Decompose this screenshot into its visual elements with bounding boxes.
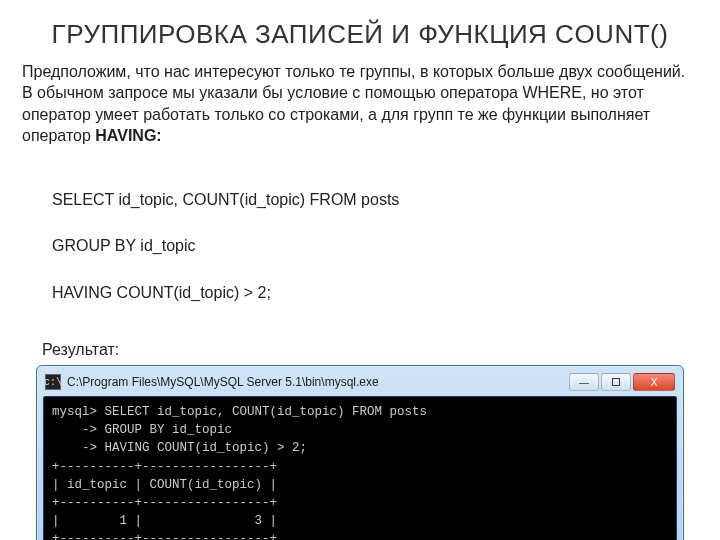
window-buttons: — X [569, 373, 675, 391]
term-query-1: SELECT id_topic, COUNT(id_topic) FROM po… [97, 405, 427, 419]
term-cont-2: -> [52, 441, 97, 455]
term-data-row: | 1 | 3 | [52, 514, 277, 528]
window-title-path: C:\Program Files\MySQL\MySQL Server 5.1\… [67, 375, 569, 389]
term-prompt-1: mysql> [52, 405, 97, 419]
term-query-2: GROUP BY id_topic [97, 423, 232, 437]
sql-line-1: SELECT id_topic, COUNT(id_topic) FROM po… [52, 188, 698, 211]
terminal-output: mysql> SELECT id_topic, COUNT(id_topic) … [43, 396, 677, 540]
sql-line-2: GROUP BY id_topic [52, 234, 698, 257]
sql-code-block: SELECT id_topic, COUNT(id_topic) FROM po… [52, 165, 698, 327]
cmd-icon: c:\ [45, 374, 61, 390]
result-label: Результат: [42, 341, 698, 359]
slide-title: ГРУППИРОВКА ЗАПИСЕЙ И ФУНКЦИЯ COUNT() [22, 18, 698, 51]
maximize-icon [612, 378, 620, 386]
term-sep-3: +----------+-----------------+ [52, 532, 277, 540]
window-titlebar: c:\ C:\Program Files\MySQL\MySQL Server … [43, 372, 677, 396]
close-button[interactable]: X [633, 373, 675, 391]
term-sep-2: +----------+-----------------+ [52, 496, 277, 510]
term-query-3: HAVING COUNT(id_topic) > 2; [97, 441, 307, 455]
sql-line-3: HAVING COUNT(id_topic) > 2; [52, 281, 698, 304]
term-header-row: | id_topic | COUNT(id_topic) | [52, 478, 277, 492]
term-cont-1: -> [52, 423, 97, 437]
term-sep-1: +----------+-----------------+ [52, 460, 277, 474]
maximize-button[interactable] [601, 373, 631, 391]
having-keyword: HAVING: [95, 127, 161, 144]
minimize-button[interactable]: — [569, 373, 599, 391]
body-paragraph: Предположим, что нас интересуют только т… [22, 61, 698, 147]
console-window: c:\ C:\Program Files\MySQL\MySQL Server … [36, 365, 684, 540]
